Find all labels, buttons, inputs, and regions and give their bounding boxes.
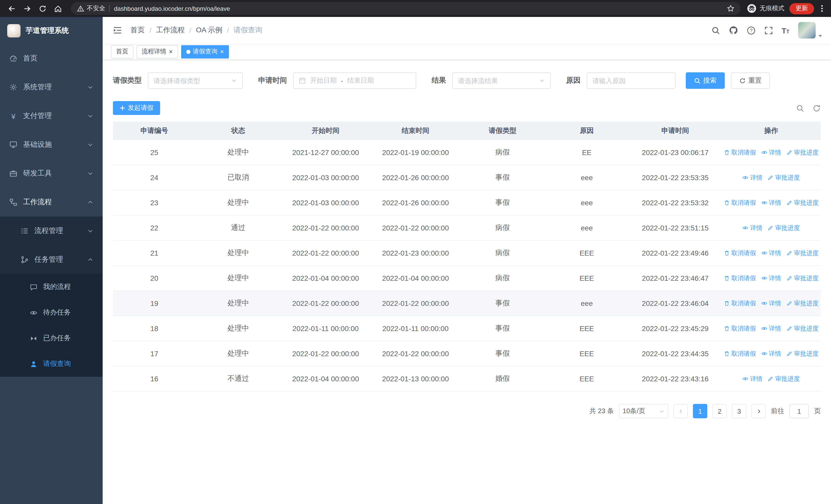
bookmark-star-icon[interactable] [727, 5, 735, 12]
sidebar-item-payment[interactable]: ¥ 支付管理 [0, 101, 103, 130]
sidebar-item-infra[interactable]: 基础设施 [0, 130, 103, 159]
approval-progress-link[interactable]: 审批进度 [768, 224, 800, 232]
browser-update-button[interactable]: 更新 [790, 3, 814, 14]
page-button-1[interactable]: 1 [693, 404, 707, 418]
site-security-chip[interactable]: 不安全 [77, 4, 105, 13]
cell-reason: eee [545, 199, 629, 207]
user-icon [30, 360, 37, 368]
sidebar-item-task-management[interactable]: 任务管理 [0, 245, 103, 274]
sidebar-item-done-tasks[interactable]: 已办任务 [0, 325, 103, 351]
detail-link[interactable]: 详情 [742, 375, 763, 383]
create-leave-button[interactable]: 发起请假 [113, 101, 160, 115]
detail-link[interactable]: 详情 [742, 224, 763, 232]
address-bar[interactable]: 不安全 dashboard.yudao.iocoder.cn/bpm/oa/le… [71, 2, 741, 15]
cancel-leave-link[interactable]: 取消请假 [724, 249, 756, 257]
sidebar-item-workflow[interactable]: 工作流程 [0, 188, 103, 216]
approval-progress-link[interactable]: 审批进度 [786, 299, 819, 308]
approval-progress-link[interactable]: 审批进度 [786, 249, 819, 257]
eye-icon [761, 275, 767, 281]
page-button-3[interactable]: 3 [732, 404, 746, 418]
breadcrumb-home[interactable]: 首页 [131, 26, 145, 35]
breadcrumb-oa-example[interactable]: OA 示例 [196, 26, 223, 35]
page-size-select[interactable]: 10条/页 [619, 404, 668, 418]
cancel-leave-link[interactable]: 取消请假 [724, 148, 756, 157]
refresh-table-button[interactable] [812, 104, 821, 112]
approval-progress-link[interactable]: 审批进度 [786, 349, 819, 358]
cancel-leave-link[interactable]: 取消请假 [724, 324, 756, 333]
approval-progress-link[interactable]: 审批进度 [768, 173, 800, 182]
result-select[interactable] [452, 72, 551, 89]
prev-page-button[interactable] [674, 404, 688, 418]
question-circle-icon: ? [747, 26, 755, 35]
browser-menu-button[interactable] [819, 3, 825, 14]
approval-progress-link[interactable]: 审批进度 [786, 274, 819, 283]
cell-end-time: 2022-01-13 00:00:00 [371, 375, 460, 383]
table-row: 18 处理中 2022-01-11 00:00:00 2022-01-11 00… [113, 316, 821, 341]
sidebar-item-leave-query[interactable]: 请假查询 [0, 351, 103, 377]
tab-process-detail[interactable]: 流程详情 × [137, 45, 178, 58]
sidebar-item-devtools[interactable]: 研发工具 [0, 159, 103, 188]
cell-end-time: 2022-01-19 00:00:00 [371, 148, 460, 156]
search-button[interactable]: 搜索 [686, 72, 725, 89]
detail-link[interactable]: 详情 [761, 148, 781, 157]
detail-link[interactable]: 详情 [761, 324, 781, 333]
tab-leave-query[interactable]: 请假查询 × [181, 45, 229, 58]
detail-link[interactable]: 详情 [761, 349, 781, 358]
detail-link[interactable]: 详情 [761, 198, 781, 207]
cell-leave-type: 病假 [460, 273, 545, 283]
eye-icon [761, 250, 767, 256]
cancel-leave-link[interactable]: 取消请假 [724, 299, 756, 308]
help-button[interactable]: ? [747, 26, 755, 35]
browser-forward-button[interactable] [21, 2, 34, 15]
reset-button[interactable]: 重置 [731, 72, 770, 89]
sidebar-item-process-management[interactable]: 流程管理 [0, 216, 103, 245]
font-size-button[interactable]: TT [781, 26, 790, 35]
fullscreen-button[interactable] [764, 26, 773, 35]
browser-back-button[interactable] [5, 2, 19, 15]
detail-link[interactable]: 详情 [742, 173, 763, 182]
apply-time-range-picker[interactable]: 开始日期 - 结束日期 [293, 72, 416, 89]
approval-progress-link[interactable]: 审批进度 [786, 148, 819, 157]
close-icon[interactable]: × [169, 48, 173, 55]
browser-home-button[interactable] [51, 2, 65, 15]
start-date-placeholder[interactable]: 开始日期 [310, 76, 337, 85]
result-select-input[interactable] [458, 77, 539, 84]
sidebar-item-home[interactable]: 首页 [0, 44, 103, 73]
approval-progress-link[interactable]: 审批进度 [786, 324, 819, 333]
cell-actions: 取消请假 详情 审批进度 [722, 349, 821, 358]
toggle-search-button[interactable] [796, 104, 804, 112]
sidebar-item-todo-tasks[interactable]: 待办任务 [0, 300, 103, 325]
sidebar-item-my-process[interactable]: 我的流程 [0, 274, 103, 300]
header-search-button[interactable] [711, 26, 720, 35]
cancel-leave-link[interactable]: 取消请假 [724, 274, 756, 283]
leave-type-select-input[interactable] [153, 77, 231, 84]
trash-icon [724, 351, 730, 357]
cell-apply-time: 2022-01-22 23:45:29 [629, 324, 721, 333]
app-logo[interactable]: 芋道管理系统 [0, 17, 103, 44]
breadcrumb-workflow[interactable]: 工作流程 [156, 26, 185, 35]
close-icon[interactable]: × [220, 48, 224, 55]
leave-type-select[interactable] [148, 72, 243, 89]
reason-input-box[interactable] [587, 72, 676, 89]
chevron-down-icon [539, 78, 545, 84]
detail-link[interactable]: 详情 [761, 274, 781, 283]
next-page-button[interactable] [751, 404, 766, 418]
github-button[interactable] [728, 26, 738, 35]
goto-page-input[interactable] [790, 404, 809, 418]
detail-link[interactable]: 详情 [761, 249, 781, 257]
chevron-down-icon [231, 78, 237, 84]
browser-refresh-button[interactable] [36, 2, 49, 15]
user-avatar[interactable] [798, 22, 823, 38]
cell-actions: 取消请假 详情 审批进度 [722, 224, 821, 232]
approval-progress-link[interactable]: 审批进度 [786, 198, 819, 207]
approval-progress-link[interactable]: 审批进度 [768, 375, 800, 383]
sidebar-item-system[interactable]: 系统管理 [0, 73, 103, 101]
page-button-2[interactable]: 2 [712, 404, 727, 418]
detail-link[interactable]: 详情 [761, 299, 781, 308]
cancel-leave-link[interactable]: 取消请假 [724, 349, 756, 358]
sidebar-collapse-button[interactable] [111, 24, 124, 37]
end-date-placeholder[interactable]: 结束日期 [347, 76, 374, 85]
cancel-leave-link[interactable]: 取消请假 [724, 198, 756, 207]
tab-home[interactable]: 首页 [111, 45, 134, 58]
reason-input[interactable] [592, 77, 670, 84]
